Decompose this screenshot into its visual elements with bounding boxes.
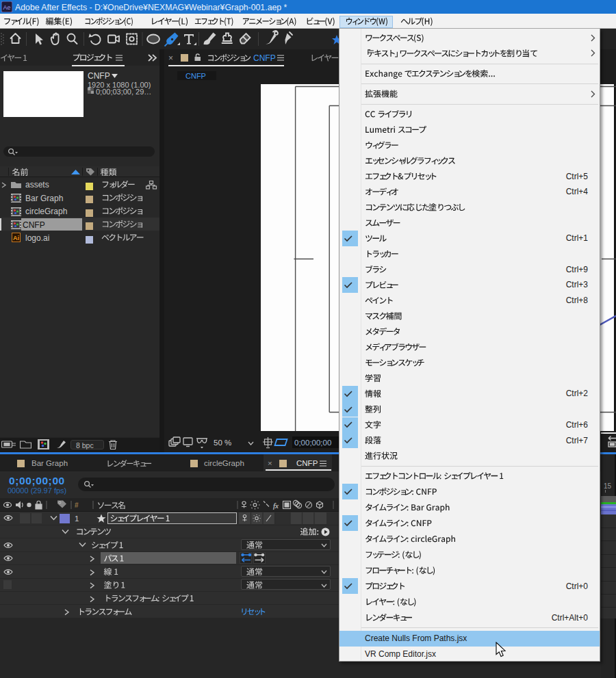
svg-text:Ai: Ai: [13, 235, 19, 242]
svg-text:Ae: Ae: [3, 4, 10, 11]
svg-text:#: #: [75, 501, 79, 509]
svg-text:fx: fx: [273, 501, 279, 510]
